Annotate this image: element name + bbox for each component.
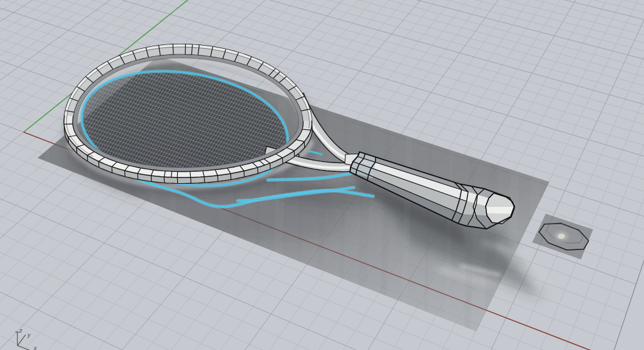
svg-text:z: z [19, 328, 23, 334]
svg-text:x: x [33, 345, 37, 350]
svg-text:y: y [27, 332, 31, 338]
